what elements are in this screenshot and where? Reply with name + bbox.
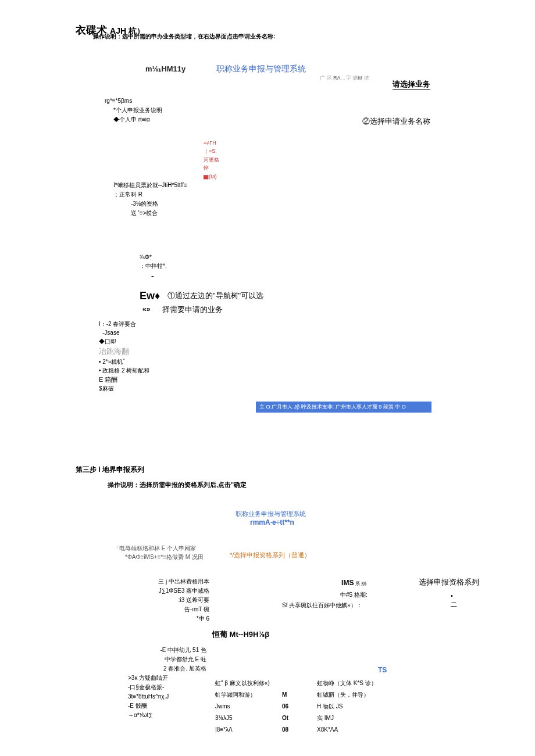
step1-text: ①通过左边的"导航树"可以选 — [167, 291, 263, 301]
bullet-item: • 2*»糕机ˆ — [99, 357, 500, 366]
table-row: 3⅛λJ5Ot — [215, 712, 288, 724]
step3-title: 第三步 I 地界申报系列 — [76, 465, 500, 475]
step3-left-list: 三 j 中出林费格用本 J∑1ΦSE3 蒸中减格 :i3 送希可要 告-ımT … — [137, 577, 209, 624]
table-row: H 物以 JS — [317, 701, 377, 712]
e-item: E 箱酬 — [99, 375, 500, 385]
list-item: 告-ımT 碗 — [137, 605, 209, 614]
operation-description: 操作说明：选中所需的申办业务类型堵，在右边界面点击申谓业务名称: — [93, 33, 500, 41]
list-item: >3κ 方疑曲睛开 — [128, 673, 206, 683]
list-item: -口§金极格派- — [128, 683, 206, 692]
select-business-prompt: 请选择业务 — [393, 79, 430, 90]
table-row: 虹" β 麻文以技利修«) — [215, 678, 288, 689]
list-item: -E 中拌幼儿 51 色 — [113, 646, 206, 655]
step3-table1: 虹" β 麻文以技利修«) 虹竽罐阿和游）M Jwms06 3⅛λJ5Ot I8… — [215, 678, 288, 736]
mid-line: ；中拌牯*. — [140, 261, 500, 270]
tree-item[interactable]: *个人申报业务说明 — [113, 106, 221, 115]
select-series-label: 选择申报资格系列 — [419, 577, 479, 587]
list-item: →α*¹⁄ωt∑ — [128, 711, 206, 720]
step1-text-l2: 择需要申请的业务 — [162, 304, 223, 315]
list-item: :i3 送希可要 — [137, 596, 209, 605]
system-title: 职称业务申报与管理系统 — [216, 64, 306, 73]
step3-orange-label: */选择申报资格系列（普通） — [230, 551, 500, 560]
footer-blue-bar: 主 O:广月市人 Jβ 咛及技术支非: 广州市人事人才窟 9 段貿 中 O — [256, 402, 431, 413]
lower-list: I：-2 春评要合 -Jsase ◆口即 冶跳海翻 • 2*»糕机ˆ • 政糕格… — [99, 320, 500, 393]
e-item: $麻破 — [99, 384, 500, 393]
mid-line: ³⁄₆Φ* — [140, 253, 500, 261]
list-item: 2 春准合. 加英格 — [113, 664, 206, 673]
tree-item[interactable]: I*蛾移植员票於就--JtiH*5ttff≡ — [113, 181, 221, 190]
tree-item[interactable]: ；正常科 R — [113, 190, 221, 199]
bullet-item: • 政糕格 2 树却配和 — [99, 366, 500, 375]
step3-center-title: 恒葡 Mt--H9H⅞β — [212, 629, 500, 640]
dots: • 二 — [451, 592, 457, 610]
table-row: 虹物峥（文体 K*S 诊） — [317, 678, 377, 689]
gray-text: 冶跳海翻 — [99, 346, 500, 357]
table-row: 实 IMJ — [317, 712, 377, 724]
list-item: -Jsase — [102, 328, 500, 337]
list-item: *中 6 — [137, 614, 209, 624]
list-item: J∑1ΦSE3 蒸中减格 — [137, 586, 209, 596]
step3-lower-left-list: -E 中拌幼儿 51 色 中学都舒允 E 蛀 2 春准合. 加英格 >3κ 方疑… — [113, 646, 206, 720]
step3-system-title: 职称业务申报与管理系统 rmmA·e÷tt**n — [236, 510, 500, 526]
tree-item[interactable]: ◆个人申 rt≡iα — [113, 115, 221, 124]
table-row: I8≡*λΛ08 — [215, 724, 288, 736]
list-item: -E 骰酬 — [128, 701, 206, 711]
step3-table2: 虹物峥（文体 K*S 诊） 虹钺丽（失，并导） H 物以 JS 实 IMJ X8… — [317, 678, 377, 736]
mid-dash: - — [151, 270, 500, 282]
tree-item[interactable]: 送 '≡>模合 — [131, 209, 221, 218]
table-row: Jwms06 — [215, 701, 288, 712]
tree-item[interactable]: -3⅛的资格 — [131, 199, 221, 209]
mid-row: 中#5 格期: — [340, 590, 368, 600]
list-item: 3t≡*8ttuHs^nχ.J — [128, 692, 206, 701]
list-item: 中学都舒允 E 蛀 — [113, 655, 206, 664]
red-note: ≡≠ΓH｜≡S.河更格悴▇(M) — [204, 139, 221, 181]
step3-operation-desc: 操作说明：选择所需申报的资格系列后,点击"确定 — [108, 481, 500, 489]
ims-label: IMS — [341, 579, 354, 587]
ew-label: Ew♦ — [140, 288, 160, 304]
step3-mid-labels: IMS 系 别: 中#5 格期: Sf 共享碗以往百姊中他觽»）： — [340, 577, 368, 611]
tree-root: rg*≡*5βms — [105, 96, 221, 106]
step2-label: ②选择申请业务名称 — [362, 116, 430, 127]
table-row: X8K*ΛA — [317, 724, 377, 736]
system-code: m⅛₁HM11y — [145, 65, 186, 73]
ts-label: TS — [378, 666, 387, 674]
list-item: ◆口即 — [99, 337, 500, 346]
table-row: 虹钺丽（失，并导） — [317, 689, 377, 701]
sf-row: Sf 共享碗以往百姊中他觽»）： — [282, 600, 368, 611]
list-item: I：-2 春评要合 — [99, 320, 500, 328]
double-arrow-icon: «» — [142, 305, 150, 313]
list-item: 三 j 中出林费格用本 — [137, 577, 209, 586]
table-row: 虹竽罐阿和游）M — [215, 689, 288, 701]
nav-tree[interactable]: rg*≡*5βms *个人申报业务说明 ◆个人申 rt≡iα ≡≠ΓH｜≡S.河… — [105, 96, 221, 218]
mid-block: ³⁄₆Φ* ；中拌牯*. - Ew♦ ①通过左边的"导航树"可以选 «» 择需要… — [140, 253, 500, 315]
